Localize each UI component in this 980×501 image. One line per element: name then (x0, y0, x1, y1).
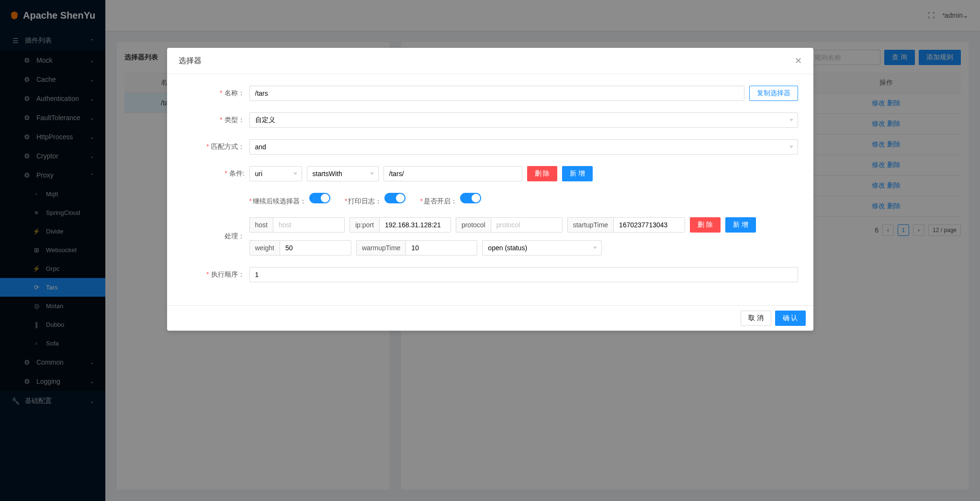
handle-add-button[interactable]: 新 增 (725, 217, 756, 233)
host-label: host (249, 217, 273, 233)
selector-modal: 选择器 ✕ *名称： 复制选择器 *类型： *匹配方式： (167, 48, 813, 331)
modal-overlay: 选择器 ✕ *名称： 复制选择器 *类型： *匹配方式： (0, 0, 980, 501)
type-select[interactable] (249, 112, 798, 128)
condition-delete-button[interactable]: 删 除 (527, 166, 558, 181)
condition-add-button[interactable]: 新 增 (562, 166, 593, 181)
label-order: *执行顺序： (182, 270, 249, 279)
protocol-input[interactable] (491, 217, 563, 233)
protocol-label: protocol (456, 217, 491, 233)
order-input[interactable] (249, 267, 798, 282)
match-select[interactable] (249, 139, 798, 155)
ipport-label: ip:port (349, 217, 379, 233)
cancel-button[interactable]: 取 消 (741, 311, 771, 326)
modal-close-button[interactable]: ✕ (795, 56, 802, 66)
handle-delete-button[interactable]: 删 除 (690, 217, 721, 233)
weight-label: weight (249, 240, 280, 256)
status-select[interactable] (482, 240, 602, 256)
label-name: *名称： (182, 89, 249, 98)
host-input[interactable] (273, 217, 345, 233)
label-open: *是否开启： (420, 197, 457, 205)
label-continue: *继续后续选择器： (249, 197, 306, 205)
label-log: *打印日志： (345, 197, 382, 205)
open-switch[interactable] (460, 193, 481, 203)
warmup-label: warmupTime (356, 240, 406, 256)
ok-button[interactable]: 确 认 (775, 311, 806, 326)
copy-selector-button[interactable]: 复制选择器 (749, 86, 798, 101)
condition-field-select[interactable] (249, 166, 302, 181)
weight-input[interactable] (280, 240, 351, 256)
warmup-input[interactable] (406, 240, 477, 256)
startup-label: startupTime (567, 217, 613, 233)
label-type: *类型： (182, 116, 249, 124)
name-input[interactable] (249, 86, 744, 101)
condition-op-select[interactable] (307, 166, 379, 181)
label-handle: 处理： (182, 232, 249, 241)
label-match: *匹配方式： (182, 143, 249, 151)
continue-switch[interactable] (309, 193, 330, 203)
log-switch[interactable] (384, 193, 406, 203)
condition-value-input[interactable] (383, 166, 522, 181)
startup-input[interactable] (613, 217, 685, 233)
ipport-input[interactable] (379, 217, 451, 233)
modal-title: 选择器 (179, 56, 795, 66)
label-condition: *条件: (182, 169, 249, 178)
